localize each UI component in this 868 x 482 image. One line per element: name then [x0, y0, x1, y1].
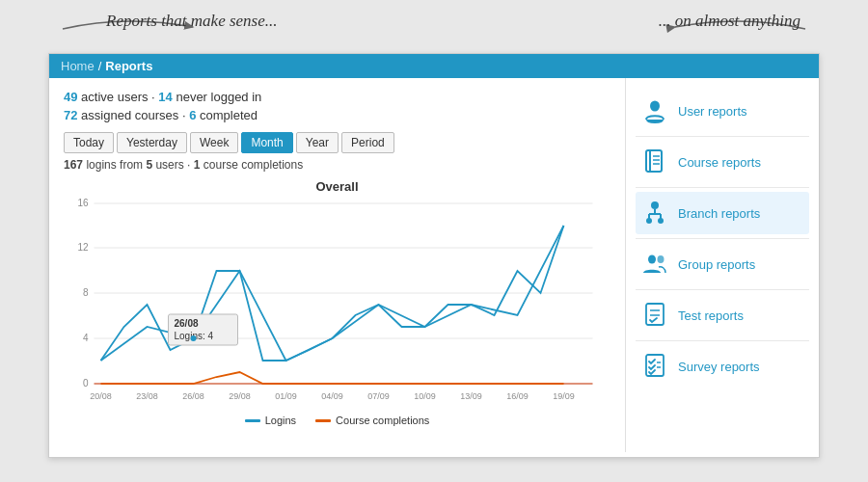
svg-text:26/08: 26/08: [182, 391, 204, 401]
top-left-label: Reports that make sense...: [106, 12, 278, 31]
report-survey[interactable]: Survey reports: [636, 345, 809, 388]
chart-container: Overall 0 4 8 12 16: [64, 179, 610, 430]
legend-completions-color: [315, 419, 331, 422]
svg-text:26/08: 26/08: [175, 318, 199, 329]
report-user[interactable]: User reports: [636, 90, 809, 132]
svg-rect-40: [646, 304, 664, 325]
report-group-label: Group reports: [678, 257, 755, 272]
svg-point-31: [651, 201, 659, 209]
stats-row-courses: 72 assigned courses · 6 completed: [64, 108, 610, 122]
legend-completions: Course completions: [315, 415, 429, 426]
report-course-label: Course reports: [678, 155, 761, 170]
assigned-courses-count: 72: [64, 108, 77, 122]
svg-text:16/09: 16/09: [506, 391, 529, 401]
svg-text:0: 0: [83, 378, 89, 388]
report-test[interactable]: Test reports: [636, 294, 809, 336]
svg-point-25: [191, 335, 197, 341]
branch-icon: [641, 200, 668, 227]
stats-row-users: 49 active users · 14 never logged in: [64, 90, 610, 104]
svg-point-39: [658, 255, 665, 263]
divider-2: [636, 187, 809, 188]
svg-text:19/09: 19/09: [553, 391, 575, 401]
user-icon: [641, 97, 668, 124]
active-users-label: active users: [81, 90, 148, 104]
filter-month[interactable]: Month: [241, 132, 292, 153]
svg-point-26: [650, 101, 660, 112]
group-icon: [641, 251, 668, 278]
main-container: Home / Reports 49 active users · 14 neve…: [48, 53, 820, 458]
svg-text:01/09: 01/09: [275, 391, 297, 401]
chart-svg: 0 4 8 12 16 20/08: [64, 199, 610, 401]
users-label: users ·: [155, 158, 193, 172]
content-area: 49 active users · 14 never logged in 72 …: [49, 78, 819, 452]
filter-period[interactable]: Period: [341, 132, 394, 153]
test-icon: [641, 302, 668, 329]
active-users-count: 49: [64, 90, 77, 104]
divider-1: [636, 136, 809, 137]
breadcrumb-current: Reports: [105, 59, 152, 73]
svg-text:8: 8: [83, 287, 89, 298]
assigned-courses-label: assigned courses: [81, 108, 178, 122]
divider-5: [636, 340, 809, 341]
filter-year[interactable]: Year: [296, 132, 339, 153]
completions-label: course completions: [203, 158, 303, 172]
filter-yesterday[interactable]: Yesterday: [117, 132, 187, 153]
filter-bar: Today Yesterday Week Month Year Period: [64, 132, 610, 153]
completed-label: completed: [200, 108, 258, 122]
svg-point-36: [646, 218, 652, 224]
breadcrumb-home[interactable]: Home: [61, 59, 95, 73]
never-logged-count: 14: [158, 90, 172, 104]
svg-text:13/09: 13/09: [460, 391, 482, 401]
svg-text:04/09: 04/09: [321, 391, 343, 401]
filter-week[interactable]: Week: [190, 132, 238, 153]
legend-completions-label: Course completions: [336, 415, 429, 426]
report-user-label: User reports: [678, 104, 747, 119]
svg-text:07/09: 07/09: [367, 391, 390, 401]
breadcrumb-separator: /: [98, 59, 102, 73]
book-icon: [641, 148, 668, 175]
top-right-label: ... on almost anything: [659, 12, 800, 31]
report-survey-label: Survey reports: [678, 360, 760, 374]
completions-count: 1: [194, 158, 201, 172]
divider-3: [636, 238, 809, 239]
completed-count: 6: [189, 108, 196, 122]
svg-text:12: 12: [77, 242, 89, 253]
filter-today[interactable]: Today: [64, 132, 114, 153]
svg-text:4: 4: [83, 333, 89, 343]
chart-title: Overall: [64, 179, 610, 194]
report-branch[interactable]: Branch reports: [636, 192, 809, 234]
never-logged-label: never logged in: [176, 90, 261, 104]
legend-logins-label: Logins: [265, 415, 296, 426]
survey-icon: [641, 353, 668, 380]
svg-point-38: [648, 255, 656, 264]
svg-text:29/08: 29/08: [229, 391, 251, 401]
breadcrumb-bar: Home / Reports: [49, 54, 819, 78]
logins-count: 167: [64, 158, 83, 172]
legend-logins: Logins: [245, 415, 296, 426]
svg-text:16: 16: [77, 199, 89, 208]
right-panel: User reports Course reports: [626, 78, 819, 452]
svg-point-37: [658, 218, 664, 224]
logins-label: logins from: [86, 158, 146, 172]
users-count: 5: [146, 158, 152, 172]
report-course[interactable]: Course reports: [636, 141, 809, 183]
svg-text:10/09: 10/09: [414, 391, 436, 401]
svg-rect-27: [646, 150, 662, 172]
legend-logins-color: [245, 419, 260, 422]
chart-legend: Logins Course completions: [64, 415, 610, 426]
chart-area: 0 4 8 12 16 20/08: [64, 199, 610, 411]
svg-text:20/08: 20/08: [90, 391, 112, 401]
logins-info: 167 logins from 5 users · 1 course compl…: [64, 158, 610, 172]
report-test-label: Test reports: [678, 308, 744, 323]
report-branch-label: Branch reports: [678, 206, 760, 221]
report-group[interactable]: Group reports: [636, 243, 809, 285]
svg-text:23/08: 23/08: [136, 391, 158, 401]
left-panel: 49 active users · 14 never logged in 72 …: [49, 78, 626, 452]
divider-4: [636, 289, 809, 290]
